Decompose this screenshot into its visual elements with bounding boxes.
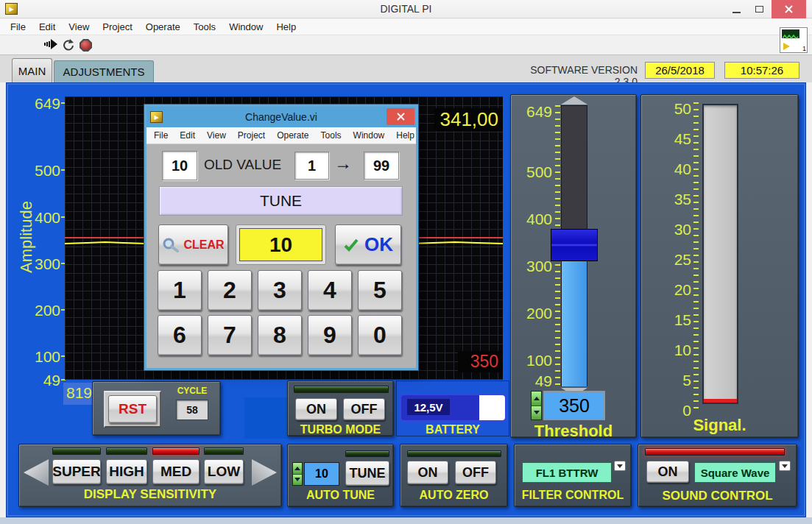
filter-control-label: FILTER CONTROL bbox=[515, 489, 631, 502]
sensitivity-low-button[interactable]: LOW bbox=[204, 459, 244, 484]
menu-tools[interactable]: Tools bbox=[187, 21, 222, 32]
change-value-dialog: ▶ ChangeValue.vi File Edit View Project … bbox=[144, 105, 418, 370]
sound-on-button[interactable]: ON bbox=[646, 461, 689, 483]
low-led bbox=[204, 447, 244, 455]
run-icon bbox=[44, 39, 57, 49]
tab-adjustments[interactable]: ADJUSTMENTS bbox=[54, 60, 154, 82]
rst-button-frame: RST bbox=[104, 391, 161, 428]
dialog-menu-help[interactable]: Help bbox=[390, 130, 420, 141]
slider-increment-arrow[interactable] bbox=[561, 96, 587, 105]
sensitivity-med-button[interactable]: MED bbox=[152, 459, 200, 484]
dialog-menu-view[interactable]: View bbox=[201, 130, 232, 141]
spinner-down-icon[interactable] bbox=[532, 406, 541, 420]
stop-icon bbox=[80, 39, 92, 52]
signal-tick: 35 bbox=[652, 191, 691, 208]
signal-label: Signal. bbox=[641, 416, 798, 435]
dialog-menu-edit[interactable]: Edit bbox=[174, 130, 201, 141]
autozero-off-button[interactable]: OFF bbox=[455, 461, 496, 484]
battery-empty-segment bbox=[479, 395, 505, 420]
abort-button[interactable] bbox=[80, 39, 92, 52]
dialog-title-bar[interactable]: ▶ ChangeValue.vi bbox=[146, 107, 416, 127]
menu-bar: File Edit View Project Operate Tools Win… bbox=[0, 19, 812, 35]
dialog-menu-file[interactable]: File bbox=[148, 130, 174, 141]
ok-button[interactable]: OK bbox=[335, 224, 401, 265]
sound-dropdown-button[interactable] bbox=[779, 461, 791, 471]
toolbar: ? bbox=[0, 35, 812, 55]
key-2[interactable]: 2 bbox=[208, 270, 252, 311]
menu-edit[interactable]: Edit bbox=[32, 21, 62, 32]
key-8[interactable]: 8 bbox=[258, 315, 302, 355]
dialog-menu-window[interactable]: Window bbox=[347, 130, 391, 141]
signal-scale-ticks bbox=[693, 102, 699, 410]
display-sensitivity-panel: SUPER HIGH MED LOW DISPLAY SENSITIVITY bbox=[18, 444, 282, 507]
chart-ytick: 649 bbox=[24, 95, 60, 113]
key-7[interactable]: 7 bbox=[208, 315, 252, 355]
threshold-value-input[interactable]: 350 bbox=[543, 391, 605, 420]
menu-operate[interactable]: Operate bbox=[139, 21, 187, 32]
menu-window[interactable]: Window bbox=[222, 21, 269, 32]
key-9[interactable]: 9 bbox=[308, 315, 352, 355]
maximize-button[interactable] bbox=[749, 0, 769, 18]
spinner-down-icon[interactable] bbox=[293, 475, 302, 486]
rst-button[interactable]: RST bbox=[108, 395, 157, 423]
dialog-close-button[interactable] bbox=[386, 108, 414, 125]
tab-adjustments-label: ADJUSTMENTS bbox=[63, 66, 145, 78]
key-6[interactable]: 6 bbox=[158, 315, 202, 355]
entry-display-frame: 10 bbox=[236, 224, 326, 265]
filter-dropdown-button[interactable] bbox=[614, 461, 626, 471]
menu-help[interactable]: Help bbox=[269, 21, 303, 32]
dialog-title: ChangeValue.vi bbox=[146, 111, 416, 123]
dialog-menu-project[interactable]: Project bbox=[232, 130, 271, 141]
run-continuous-button[interactable] bbox=[62, 39, 74, 52]
range-arrow-icon: → bbox=[334, 153, 352, 174]
threshold-tick: 200 bbox=[512, 305, 552, 322]
signal-tick: 10 bbox=[652, 341, 691, 359]
menu-view[interactable]: View bbox=[62, 21, 96, 32]
close-button[interactable] bbox=[772, 0, 806, 18]
entry-display[interactable]: 10 bbox=[239, 228, 322, 261]
menu-file[interactable]: File bbox=[4, 21, 32, 32]
turbo-mode-label: TURBO MODE bbox=[288, 423, 393, 436]
menu-project[interactable]: Project bbox=[96, 21, 138, 32]
time-indicator: 10:57:26 bbox=[724, 62, 799, 79]
turbo-on-button[interactable]: ON bbox=[295, 398, 337, 420]
autotune-value-input[interactable]: 10 bbox=[304, 462, 339, 486]
tune-button[interactable]: TUNE bbox=[345, 461, 389, 486]
threshold-spinner[interactable] bbox=[531, 391, 542, 420]
dialog-menu-operate[interactable]: Operate bbox=[271, 130, 314, 141]
spinner-up-icon[interactable] bbox=[293, 463, 302, 475]
key-5[interactable]: 5 bbox=[358, 270, 402, 311]
threshold-slider-handle[interactable] bbox=[551, 229, 598, 261]
minimize-button[interactable] bbox=[726, 0, 746, 18]
battery-gauge: 12,5V bbox=[400, 394, 506, 422]
reset-panel: RST CYCLE 58 bbox=[92, 381, 221, 436]
turbo-off-button[interactable]: OFF bbox=[343, 398, 385, 420]
new-value-box[interactable]: 10 bbox=[162, 151, 197, 180]
signal-panel: 50 45 40 35 30 25 20 15 10 5 0 Signal. bbox=[640, 94, 799, 438]
dialog-menu-tools[interactable]: Tools bbox=[315, 130, 347, 141]
autotune-spinner[interactable] bbox=[292, 462, 303, 486]
chart-ytick: 500 bbox=[24, 162, 60, 180]
sensitivity-right-arrow[interactable] bbox=[252, 459, 277, 486]
sensitivity-super-button[interactable]: SUPER bbox=[52, 459, 101, 484]
signal-bar-fill bbox=[704, 399, 737, 403]
key-4[interactable]: 4 bbox=[308, 270, 352, 311]
signal-tick: 25 bbox=[652, 251, 691, 269]
key-3[interactable]: 3 bbox=[258, 270, 302, 311]
signal-tick: 5 bbox=[652, 372, 691, 389]
signal-tick: 45 bbox=[652, 130, 691, 148]
filter-select[interactable]: FL1 BTTRW bbox=[522, 462, 612, 483]
tab-main[interactable]: MAIN bbox=[12, 58, 52, 82]
key-1[interactable]: 1 bbox=[158, 270, 202, 311]
spinner-up-icon[interactable] bbox=[532, 392, 541, 406]
auto-zero-label: AUTO ZERO bbox=[400, 489, 507, 502]
sound-wave-select[interactable]: Square Wave bbox=[694, 462, 776, 483]
run-button[interactable] bbox=[44, 39, 57, 49]
clear-label: CLEAR bbox=[183, 238, 224, 252]
autozero-on-button[interactable]: ON bbox=[407, 461, 448, 484]
sensitivity-high-button[interactable]: HIGH bbox=[106, 459, 147, 484]
sensitivity-left-arrow[interactable] bbox=[24, 459, 49, 486]
key-0[interactable]: 0 bbox=[358, 315, 402, 355]
amplitude-readout: 341,00 bbox=[434, 108, 503, 131]
clear-button[interactable]: CLEAR bbox=[158, 224, 228, 265]
